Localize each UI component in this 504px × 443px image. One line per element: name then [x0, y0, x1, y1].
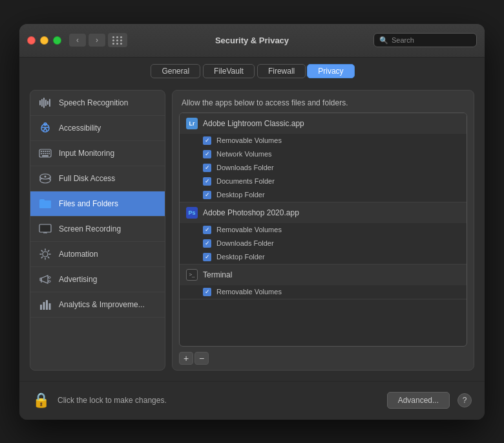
remove-app-button[interactable]: −: [194, 352, 209, 365]
tab-general[interactable]: General: [151, 64, 200, 78]
window-title: Security & Privacy: [215, 36, 289, 45]
sidebar-item-analytics[interactable]: Analytics & Improveme...: [30, 292, 165, 318]
content-panel: Allow the apps below to access files and…: [172, 90, 474, 371]
permission-row: ✓ Removable Volumes: [180, 285, 467, 299]
checkbox-ps-downloads[interactable]: ✓: [203, 239, 211, 248]
app-name-lightroom: Adobe Lightroom Classic.app: [203, 119, 304, 128]
forward-icon: ›: [96, 36, 98, 45]
checkbox-ps-desktop[interactable]: ✓: [203, 253, 211, 261]
checkbox-ps-removable[interactable]: ✓: [203, 226, 211, 234]
svg-rect-16: [47, 151, 48, 152]
content-description: Allow the apps below to access files and…: [173, 91, 474, 113]
permission-label: Removable Volumes: [216, 136, 282, 144]
checkbox-lr-documents[interactable]: ✓: [203, 177, 211, 186]
tab-firewall[interactable]: Firewall: [257, 64, 306, 78]
sidebar-item-screen-recording[interactable]: Screen Recording: [30, 217, 165, 242]
app-name-photoshop: Adobe Photoshop 2020.app: [203, 208, 299, 217]
checkbox-lr-removable[interactable]: ✓: [203, 136, 211, 145]
permission-row: ✓ Removable Volumes: [180, 134, 467, 147]
svg-rect-17: [48, 151, 50, 152]
svg-rect-18: [41, 153, 42, 154]
permission-label: Downloads Folder: [216, 239, 274, 247]
sidebar: Speech Recognition Accessibility: [30, 90, 165, 371]
sidebar-item-label: Accessibility: [59, 124, 101, 133]
svg-line-10: [45, 128, 47, 131]
sidebar-item-label: Files and Folders: [59, 199, 118, 208]
svg-rect-2: [43, 98, 45, 108]
permission-row: ✓ Downloads Folder: [180, 237, 467, 250]
svg-rect-21: [47, 153, 48, 154]
back-icon: ‹: [76, 36, 79, 45]
add-app-button[interactable]: +: [179, 352, 193, 365]
list-controls: + −: [173, 352, 474, 370]
help-button[interactable]: ?: [457, 393, 472, 407]
svg-rect-1: [41, 99, 43, 107]
permission-label: Documents Folder: [216, 177, 275, 185]
app-icon-photoshop: Ps: [186, 207, 198, 219]
svg-point-35: [48, 276, 50, 278]
sidebar-item-label: Input Monitoring: [59, 149, 114, 158]
nav-buttons: ‹ ›: [69, 34, 105, 47]
permission-label: Downloads Folder: [216, 164, 274, 171]
permission-label: Network Volumes: [216, 150, 272, 158]
checkbox-lr-downloads[interactable]: ✓: [203, 164, 211, 172]
checkbox-lr-desktop[interactable]: ✓: [203, 191, 211, 199]
apps-list: Lr Adobe Lightroom Classic.app ✓ Removab…: [179, 113, 467, 347]
search-icon: 🔍: [379, 36, 388, 45]
disk-icon: [38, 171, 52, 186]
minimize-button[interactable]: [40, 36, 48, 45]
app-header-terminal: >_ Terminal: [180, 265, 467, 285]
svg-rect-13: [41, 151, 42, 152]
sidebar-item-full-disk-access[interactable]: Full Disk Access: [30, 166, 165, 191]
svg-rect-15: [45, 151, 46, 152]
permission-row: ✓ Desktop Folder: [180, 188, 467, 202]
grid-view-button[interactable]: [108, 33, 127, 47]
forward-button[interactable]: ›: [89, 34, 105, 47]
svg-line-9: [43, 128, 45, 131]
main-content: Speech Recognition Accessibility: [19, 83, 485, 381]
app-entry-photoshop: Ps Adobe Photoshop 2020.app ✓ Removable …: [180, 202, 467, 265]
svg-rect-39: [46, 300, 48, 310]
search-box[interactable]: 🔍 Search: [373, 33, 477, 47]
svg-rect-20: [45, 153, 46, 154]
checkbox-lr-network[interactable]: ✓: [203, 150, 211, 158]
sidebar-item-files-and-folders[interactable]: Files and Folders: [30, 191, 165, 217]
svg-rect-38: [43, 302, 45, 310]
sidebar-item-label: Full Disk Access: [59, 174, 115, 183]
permission-label: Removable Volumes: [216, 226, 282, 233]
app-icon-lightroom: Lr: [186, 118, 198, 129]
grid-icon: [112, 36, 123, 45]
megaphone-icon: [38, 272, 52, 286]
main-window: ‹ › Security & Privacy 🔍 Search General …: [19, 24, 485, 420]
svg-rect-33: [40, 278, 41, 281]
back-button[interactable]: ‹: [69, 34, 86, 47]
permission-row: ✓ Network Volumes: [180, 147, 467, 161]
svg-rect-23: [42, 155, 48, 157]
sidebar-item-advertising[interactable]: Advertising: [30, 267, 165, 292]
search-placeholder: Search: [392, 36, 414, 44]
lock-icon[interactable]: 🔒: [32, 392, 50, 409]
sidebar-item-accessibility[interactable]: Accessibility: [30, 116, 165, 141]
advanced-button[interactable]: Advanced...: [387, 392, 450, 409]
maximize-button[interactable]: [53, 36, 61, 45]
tab-filevault[interactable]: FileVault: [203, 64, 255, 78]
tab-privacy[interactable]: Privacy: [307, 64, 354, 78]
sidebar-item-automation[interactable]: Automation: [30, 242, 165, 267]
close-button[interactable]: [27, 36, 36, 45]
folder-icon: [38, 197, 52, 211]
lock-text: Click the lock to make changes.: [58, 396, 379, 405]
svg-rect-40: [49, 303, 51, 310]
sidebar-item-label: Automation: [59, 250, 98, 259]
checkbox-term-removable[interactable]: ✓: [203, 288, 211, 296]
keyboard-icon: [38, 146, 52, 160]
svg-rect-5: [49, 99, 50, 107]
svg-rect-4: [47, 101, 48, 105]
app-icon-terminal: >_: [186, 269, 198, 281]
sidebar-item-input-monitoring[interactable]: Input Monitoring: [30, 141, 165, 166]
accessibility-icon: [38, 121, 52, 135]
app-header-lightroom: Lr Adobe Lightroom Classic.app: [180, 113, 467, 134]
svg-rect-22: [48, 153, 50, 154]
app-header-photoshop: Ps Adobe Photoshop 2020.app: [180, 202, 467, 223]
sidebar-item-speech-recognition[interactable]: Speech Recognition: [30, 91, 165, 116]
waveform-icon: [38, 96, 52, 110]
